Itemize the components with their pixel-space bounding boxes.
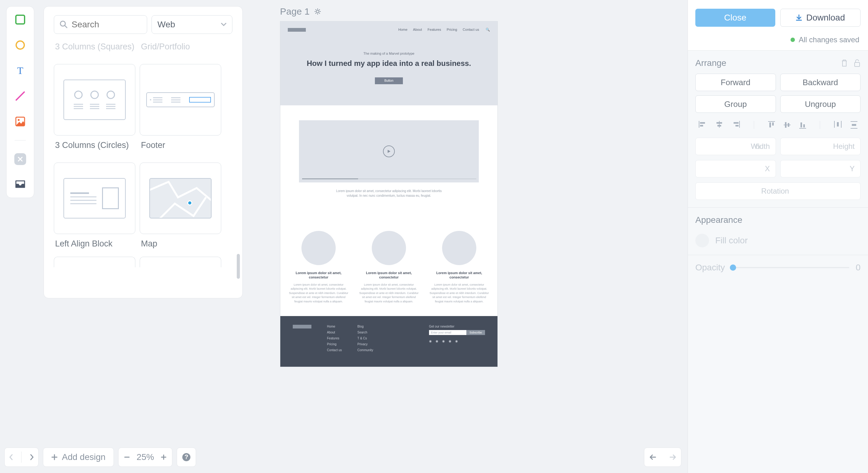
- mock-subtitle: The making of a Marvel prototype: [288, 52, 490, 55]
- line-tool[interactable]: [13, 89, 27, 103]
- close-button[interactable]: Close: [695, 9, 775, 27]
- align-left-icon[interactable]: [699, 121, 707, 129]
- arrange-title: Arrange: [695, 58, 726, 68]
- scrollbar[interactable]: [237, 42, 240, 297]
- tile-3-columns-circles[interactable]: [54, 64, 135, 135]
- svg-line-7: [65, 26, 67, 28]
- width-input[interactable]: Width: [695, 138, 776, 155]
- lock-icon[interactable]: [854, 59, 861, 67]
- prev-page-button[interactable]: [9, 454, 13, 461]
- zoom-control: 25%: [118, 447, 173, 467]
- align-bottom-icon[interactable]: [799, 121, 806, 129]
- tile-map[interactable]: [140, 163, 221, 234]
- status-dot-icon: [790, 38, 795, 42]
- height-input[interactable]: Height: [780, 138, 861, 155]
- svg-rect-33: [837, 122, 839, 127]
- tile-label: 3 Columns (Squares): [55, 42, 135, 52]
- tile-left-align-block[interactable]: [54, 163, 135, 234]
- tile-label: Map: [141, 239, 221, 249]
- page-mockup[interactable]: HomeAboutFeaturesPricingContact us 🔍 The…: [280, 21, 498, 367]
- search-input[interactable]: [54, 15, 147, 34]
- save-status: All changes saved: [688, 35, 868, 50]
- text-tool[interactable]: T: [13, 64, 27, 77]
- scrollbar-thumb[interactable]: [237, 254, 240, 279]
- svg-rect-24: [772, 123, 774, 126]
- align-center-v-icon[interactable]: [784, 121, 790, 129]
- forward-button[interactable]: Forward: [695, 74, 776, 91]
- trash-icon[interactable]: [841, 59, 848, 67]
- gear-icon[interactable]: [314, 8, 321, 15]
- tile-label: Left Align Block: [55, 239, 135, 249]
- backward-button[interactable]: Backward: [780, 74, 861, 91]
- opacity-label: Opacity: [695, 263, 725, 273]
- tile-label: 3 Columns (Circles): [55, 140, 135, 150]
- align-top-icon[interactable]: [768, 121, 775, 129]
- zoom-out-button[interactable]: [124, 454, 130, 460]
- tile-footer[interactable]: [140, 64, 221, 135]
- svg-rect-21: [736, 125, 739, 127]
- x-input[interactable]: X: [695, 160, 776, 177]
- tile-partial[interactable]: [140, 257, 221, 267]
- mock-video: [299, 120, 479, 182]
- mock-button: Button: [375, 77, 403, 84]
- image-tool[interactable]: [13, 115, 27, 128]
- fill-swatch[interactable]: [695, 234, 709, 247]
- svg-rect-20: [734, 122, 739, 124]
- toolbar-divider: [14, 140, 26, 140]
- svg-point-5: [18, 119, 20, 121]
- y-input[interactable]: Y: [780, 160, 861, 177]
- distribute-v-icon[interactable]: [850, 121, 858, 129]
- svg-rect-12: [855, 63, 860, 67]
- align-row: [695, 117, 861, 133]
- opacity-section: Opacity 0: [688, 255, 868, 280]
- svg-rect-23: [769, 123, 771, 127]
- components-scroll: 3 Columns (Squares) Grid/Portfolio: [54, 42, 242, 297]
- zoom-value: 25%: [136, 452, 154, 462]
- tile-label: Footer: [141, 140, 221, 150]
- mock-column: Lorem ipsum dolor sit amet, consecteturL…: [428, 231, 490, 304]
- ungroup-button[interactable]: Ungroup: [780, 95, 861, 113]
- close-panel-button[interactable]: [13, 152, 27, 166]
- svg-rect-18: [717, 125, 721, 127]
- opacity-slider[interactable]: [731, 267, 849, 268]
- group-button[interactable]: Group: [695, 95, 776, 113]
- download-icon: [796, 14, 802, 21]
- svg-rect-37: [756, 146, 760, 148]
- canvas: Page 1 HomeAboutFeaturesPricingContact u…: [280, 6, 498, 367]
- category-select[interactable]: Web: [152, 15, 232, 34]
- appearance-section: Appearance Fill color: [688, 208, 868, 255]
- inbox-tool[interactable]: [13, 178, 27, 192]
- circle-tool[interactable]: [13, 38, 27, 52]
- distribute-h-icon[interactable]: [834, 121, 842, 129]
- svg-text:?: ?: [185, 453, 188, 460]
- svg-rect-36: [852, 124, 856, 126]
- rotation-input[interactable]: Rotation: [695, 182, 861, 200]
- next-page-button[interactable]: [30, 454, 34, 461]
- svg-point-9: [91, 91, 98, 99]
- mock-footer: HomeAboutFeaturesPricingContact us BlogS…: [280, 316, 497, 367]
- bottom-right-bar: [644, 447, 681, 467]
- svg-rect-17: [716, 122, 722, 124]
- svg-rect-27: [788, 123, 789, 127]
- add-design-button[interactable]: Add design: [43, 447, 114, 467]
- undo-button[interactable]: [649, 454, 658, 460]
- mock-title: How I turned my app idea into a real bus…: [288, 59, 490, 68]
- align-right-icon[interactable]: [732, 121, 740, 129]
- zoom-in-button[interactable]: [161, 454, 166, 460]
- download-button[interactable]: Download: [780, 9, 861, 27]
- redo-button[interactable]: [668, 454, 676, 460]
- page-label: Page 1: [280, 6, 310, 17]
- page-nav: [4, 447, 38, 467]
- tile-partial[interactable]: [54, 257, 135, 267]
- align-center-h-icon[interactable]: [715, 121, 723, 129]
- help-button[interactable]: ?: [177, 447, 196, 467]
- svg-rect-26: [785, 122, 786, 128]
- mock-column: Lorem ipsum dolor sit amet, consecteturL…: [358, 231, 420, 304]
- mock-logo: [288, 28, 306, 32]
- plus-icon: [51, 454, 58, 460]
- svg-line-3: [16, 92, 24, 100]
- arrange-section: Arrange Forward Backward Group Ungroup: [688, 50, 868, 208]
- play-icon: [383, 145, 395, 157]
- slider-knob[interactable]: [730, 265, 736, 271]
- rectangle-tool[interactable]: [13, 13, 27, 26]
